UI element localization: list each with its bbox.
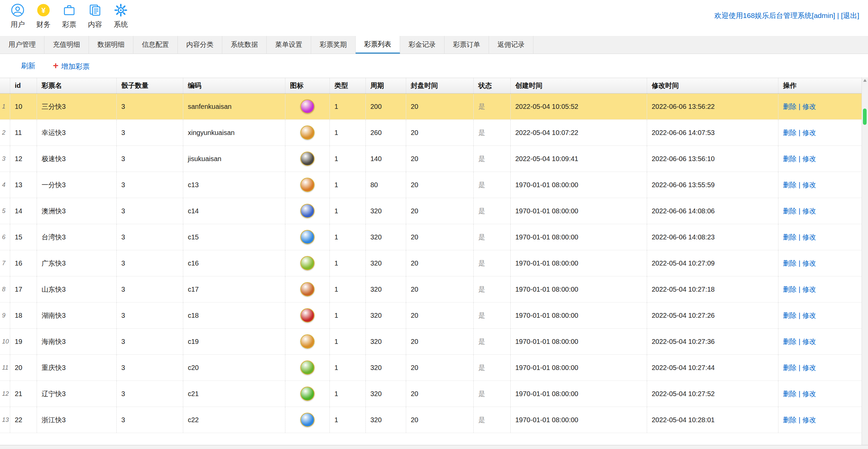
table-row[interactable]: 514澳洲快33c14132020是1970-01-01 08:00:00202… bbox=[0, 198, 862, 224]
tab-user-management[interactable]: 用户管理 bbox=[0, 36, 44, 54]
table-row[interactable]: 817山东快33c17132020是1970-01-01 08:00:00202… bbox=[0, 276, 862, 302]
tab-lottery-orders[interactable]: 彩票订单 bbox=[445, 36, 489, 54]
cell-created: 1970-01-01 08:00:00 bbox=[510, 250, 647, 276]
add-lottery-link[interactable]: +增加彩票 bbox=[53, 60, 90, 71]
delete-link[interactable]: 删除 bbox=[783, 416, 797, 424]
col-id: id bbox=[10, 78, 37, 94]
tab-bonus-records[interactable]: 彩金记录 bbox=[400, 36, 445, 54]
cell-code: c16 bbox=[183, 250, 285, 276]
welcome-message: 欢迎使用168娱乐后台管理系统[admin] | [退出] bbox=[714, 0, 868, 20]
tab-content-category[interactable]: 内容分类 bbox=[178, 36, 222, 54]
lottery-logo-icon bbox=[300, 204, 315, 218]
cell-id: 20 bbox=[10, 355, 37, 381]
cell-name: 极速快3 bbox=[37, 146, 116, 172]
edit-link[interactable]: 修改 bbox=[803, 390, 816, 397]
logout-link[interactable]: [退出] bbox=[841, 12, 859, 19]
scroll-up-arrow-icon[interactable] bbox=[863, 79, 867, 82]
tab-lottery-periods[interactable]: 彩票奖期 bbox=[311, 36, 356, 54]
tab-system-data[interactable]: 系统数据 bbox=[222, 36, 267, 54]
cell-cycle: 320 bbox=[365, 250, 406, 276]
tab-lottery-list[interactable]: 彩票列表 bbox=[356, 36, 400, 54]
cell-dice: 3 bbox=[116, 381, 183, 407]
col-modified: 修改时间 bbox=[647, 78, 778, 94]
cell-modified: 2022-05-04 10:27:18 bbox=[647, 276, 778, 302]
nav-label-finance: 财务 bbox=[36, 20, 51, 29]
nav-item-finance[interactable]: ¥财务 bbox=[31, 3, 56, 29]
table-row[interactable]: 211幸运快33xingyunkuaisan126020是2022-05-04 … bbox=[0, 120, 862, 146]
nav-item-lottery[interactable]: 彩票 bbox=[56, 3, 82, 29]
cell-code: c17 bbox=[183, 276, 285, 302]
table-row[interactable]: 918湖南快33c18132020是1970-01-01 08:00:00202… bbox=[0, 302, 862, 329]
refresh-link[interactable]: 刷新 bbox=[21, 61, 35, 71]
cell-name: 重庆快3 bbox=[37, 355, 116, 381]
cell-icon bbox=[285, 302, 329, 329]
tab-data-details[interactable]: 数据明细 bbox=[89, 36, 133, 54]
add-lottery-label: 增加彩票 bbox=[61, 62, 90, 70]
tab-info-config[interactable]: 信息配置 bbox=[133, 36, 178, 54]
table-row[interactable]: 1221辽宁快33c21132020是1970-01-01 08:00:0020… bbox=[0, 381, 862, 407]
cell-cycle: 80 bbox=[365, 172, 406, 198]
delete-link[interactable]: 删除 bbox=[783, 181, 797, 189]
delete-link[interactable]: 删除 bbox=[783, 259, 797, 267]
delete-link[interactable]: 删除 bbox=[783, 129, 797, 136]
edit-link[interactable]: 修改 bbox=[803, 338, 816, 345]
delete-link[interactable]: 删除 bbox=[783, 233, 797, 241]
delete-link[interactable]: 删除 bbox=[783, 364, 797, 371]
lottery-logo-icon bbox=[300, 99, 315, 114]
delete-link[interactable]: 删除 bbox=[783, 390, 797, 397]
cell-created: 1970-01-01 08:00:00 bbox=[510, 276, 647, 302]
vertical-scrollbar[interactable] bbox=[862, 77, 868, 445]
table-row[interactable]: 1120重庆快33c20132020是1970-01-01 08:00:0020… bbox=[0, 355, 862, 381]
cell-close: 20 bbox=[406, 302, 473, 329]
delete-link[interactable]: 删除 bbox=[783, 312, 797, 319]
table-row[interactable]: 716广东快33c16132020是1970-01-01 08:00:00202… bbox=[0, 250, 862, 276]
delete-link[interactable]: 删除 bbox=[783, 338, 797, 345]
cell-created: 1970-01-01 08:00:00 bbox=[510, 198, 647, 224]
edit-link[interactable]: 修改 bbox=[803, 233, 816, 241]
cell-modified: 2022-05-04 10:27:36 bbox=[647, 329, 778, 355]
table-row[interactable]: 110三分快33sanfenkuaisan120020是2022-05-04 1… bbox=[0, 94, 862, 120]
tab-menu-settings[interactable]: 菜单设置 bbox=[267, 36, 311, 54]
edit-link[interactable]: 修改 bbox=[803, 286, 816, 293]
edit-link[interactable]: 修改 bbox=[803, 259, 816, 267]
edit-link[interactable]: 修改 bbox=[803, 181, 816, 189]
action-separator: | bbox=[799, 338, 800, 345]
col-name: 彩票名 bbox=[37, 78, 116, 94]
edit-link[interactable]: 修改 bbox=[803, 155, 816, 162]
horizontal-scrollbar[interactable] bbox=[0, 445, 868, 449]
edit-link[interactable]: 修改 bbox=[803, 103, 816, 110]
scrollbar-thumb[interactable] bbox=[863, 109, 867, 125]
nav-item-system[interactable]: 系统 bbox=[108, 3, 134, 29]
tab-rebate-records[interactable]: 返佣记录 bbox=[489, 36, 533, 54]
nav-item-user[interactable]: 用户 bbox=[5, 3, 31, 29]
lottery-logo-icon bbox=[300, 308, 315, 323]
table-row[interactable]: 312极速快33jisukuaisan114020是2022-05-04 10:… bbox=[0, 146, 862, 172]
edit-link[interactable]: 修改 bbox=[803, 416, 816, 424]
row-number: 6 bbox=[0, 224, 10, 250]
col-close: 封盘时间 bbox=[406, 78, 473, 94]
cell-dice: 3 bbox=[116, 94, 183, 120]
edit-link[interactable]: 修改 bbox=[803, 207, 816, 215]
table-row[interactable]: 615台湾快33c15132020是1970-01-01 08:00:00202… bbox=[0, 224, 862, 250]
tab-recharge-details[interactable]: 充值明细 bbox=[44, 36, 89, 54]
table-row[interactable]: 1019海南快33c19132020是1970-01-01 08:00:0020… bbox=[0, 329, 862, 355]
table-row[interactable]: 1322浙江快33c22132020是1970-01-01 08:00:0020… bbox=[0, 407, 862, 433]
cell-code: c21 bbox=[183, 381, 285, 407]
edit-link[interactable]: 修改 bbox=[803, 129, 816, 136]
delete-link[interactable]: 删除 bbox=[783, 286, 797, 293]
welcome-text: 欢迎使用168娱乐后台管理系统 bbox=[714, 12, 812, 19]
lottery-logo-icon bbox=[300, 413, 315, 427]
lottery-logo-icon bbox=[300, 334, 315, 349]
delete-link[interactable]: 删除 bbox=[783, 103, 797, 110]
table-row[interactable]: 413一分快33c1318020是1970-01-01 08:00:002022… bbox=[0, 172, 862, 198]
edit-link[interactable]: 修改 bbox=[803, 312, 816, 319]
nav-item-content[interactable]: 内容 bbox=[82, 3, 108, 29]
plus-icon: + bbox=[53, 60, 58, 71]
cell-type: 1 bbox=[329, 94, 365, 120]
lottery-logo-icon bbox=[300, 360, 315, 375]
delete-link[interactable]: 删除 bbox=[783, 207, 797, 215]
cell-dice: 3 bbox=[116, 250, 183, 276]
delete-link[interactable]: 删除 bbox=[783, 155, 797, 162]
edit-link[interactable]: 修改 bbox=[803, 364, 816, 371]
cell-cycle: 320 bbox=[365, 302, 406, 329]
